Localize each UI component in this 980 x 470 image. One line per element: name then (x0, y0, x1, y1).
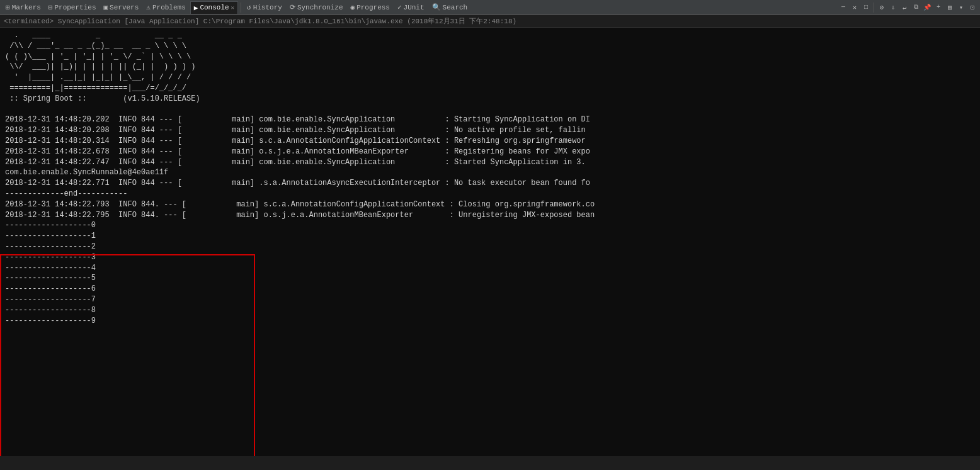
history-icon: ↺ (247, 3, 251, 11)
toolbar-properties[interactable]: ⊟ Properties (45, 1, 100, 14)
blank-line-1 (5, 104, 975, 115)
log-line-4: 2018-12-31 14:48:22.678 INFO 844 --- [ m… (5, 147, 975, 157)
synchronize-label: Synchronize (297, 4, 343, 11)
restore-icon[interactable]: ⊡ (967, 3, 977, 13)
properties-icon: ⊟ (48, 3, 53, 11)
markers-icon: ⊞ (6, 3, 10, 11)
ascii-line-6: =========|_|==============|___/=/_/_/_/ (5, 83, 975, 94)
properties-label: Properties (54, 4, 96, 11)
progress-label: Progress (356, 4, 390, 11)
ascii-line-2: /\\ / ___'_ __ _ _(_)_ __ __ _ \ \ \ \ (5, 41, 975, 52)
scroll-lock-icon[interactable]: ⇩ (888, 3, 898, 13)
open-console-icon[interactable]: ⧉ (911, 3, 921, 13)
toolbar-junit[interactable]: ✓ JUnit (394, 1, 428, 14)
counter-line-2: -------------------2 (5, 242, 975, 252)
counter-line-0: -------------------0 (5, 220, 975, 231)
synchronize-icon: ⟳ (290, 3, 295, 11)
toolbar-console[interactable]: ▶ Console ✕ (190, 1, 238, 14)
console-label: Console (200, 4, 229, 11)
log-line-2: 2018-12-31 14:48:20.208 INFO 844 --- [ m… (5, 125, 975, 136)
counter-line-4: -------------------4 (5, 263, 975, 274)
pin-console-icon[interactable]: 📌 (922, 3, 932, 13)
ascii-line-4: \\/ ___)| |_)| | | | | || (_| | ) ) ) ) (5, 62, 975, 72)
log-line-5: 2018-12-31 14:48:22.747 INFO 844 --- [ m… (5, 157, 975, 168)
log-line-7: 2018-12-31 14:48:22.771 INFO 844 --- [ m… (5, 178, 975, 189)
status-bar: <terminated> SyncApplication [Java Appli… (0, 15, 980, 28)
clear-console-icon[interactable]: ⊘ (877, 3, 887, 13)
toolbar-right-actions: ─ ✕ □ ⊘ ⇩ ↵ ⧉ 📌 + ▤ ▾ ⊡ (838, 3, 977, 13)
toolbar-problems[interactable]: ⚠ Problems (143, 1, 188, 14)
log-line-9: 2018-12-31 14:48:22.795 INFO 844. --- [ … (5, 210, 975, 221)
markers-label: Markers (12, 4, 41, 11)
log-end-line: -------------end----------- (5, 189, 975, 199)
junit-label: JUnit (404, 4, 424, 11)
counter-line-5: -------------------5 (5, 273, 975, 284)
new-console-icon[interactable]: + (933, 3, 943, 13)
console-icon: ▶ (194, 4, 198, 12)
toolbar-markers[interactable]: ⊞ Markers (3, 1, 44, 14)
toolbar: ⊞ Markers ⊟ Properties ▣ Servers ⚠ Probl… (0, 0, 980, 15)
toolbar-progress[interactable]: ◉ Progress (348, 1, 393, 14)
log-line-8: 2018-12-31 14:48:22.793 INFO 844. --- [ … (5, 199, 975, 210)
ascii-line-3: ( ( )\___ | '_ | '_| | '_ \/ _` | \ \ \ … (5, 52, 975, 62)
toolbar-servers[interactable]: ▣ Servers (100, 1, 142, 14)
counter-line-1: -------------------1 (5, 231, 975, 242)
ascii-line-7: :: Spring Boot :: (v1.5.10.RELEASE) (5, 94, 975, 104)
word-wrap-icon[interactable]: ↵ (899, 3, 909, 13)
separator-1 (241, 3, 241, 13)
ascii-line-5: ' |____| .__|_| |_|_| |_\__, | / / / / (5, 72, 975, 83)
separator-2 (874, 3, 874, 13)
ascii-line-1: . ____ _ __ _ _ (5, 30, 975, 41)
spring-ascii-art: . ____ _ __ _ _ /\\ / ___'_ __ _ _(_)_ _… (5, 30, 975, 104)
maximize-icon[interactable]: □ (861, 3, 871, 13)
log-line-1: 2018-12-31 14:48:20.202 INFO 844 --- [ m… (5, 115, 975, 125)
toolbar-history[interactable]: ↺ History (244, 1, 285, 14)
toolbar-search[interactable]: 🔍 Search (429, 1, 471, 14)
toolbar-synchronize[interactable]: ⟳ Synchronize (287, 1, 346, 14)
console-close-icon[interactable]: ✕ (231, 4, 234, 11)
servers-label: Servers (110, 4, 139, 11)
progress-icon: ◉ (351, 3, 355, 11)
status-text: <terminated> SyncApplication [Java Appli… (4, 16, 516, 26)
counter-line-7: -------------------7 (5, 294, 975, 305)
servers-icon: ▣ (103, 3, 108, 11)
search-icon: 🔍 (432, 3, 441, 11)
close-view-icon[interactable]: ✕ (850, 3, 860, 13)
history-label: History (253, 4, 282, 11)
search-label: Search (443, 4, 468, 11)
problems-label: Problems (152, 4, 186, 11)
log-line-3: 2018-12-31 14:48:20.314 INFO 844 --- [ m… (5, 136, 975, 147)
log-line-6: com.bie.enable.SyncRunnable@4e0ae11f (5, 167, 975, 178)
junit-icon: ✓ (397, 3, 402, 11)
counter-line-6: -------------------6 (5, 284, 975, 294)
counter-line-8: -------------------8 (5, 305, 975, 316)
problems-icon: ⚠ (146, 3, 151, 11)
counter-line-9: -------------------9 (5, 316, 975, 327)
view-menu-icon[interactable]: ▾ (956, 3, 966, 13)
console-area[interactable]: . ____ _ __ _ _ /\\ / ___'_ __ _ _(_)_ _… (0, 28, 980, 456)
minimize-icon[interactable]: ─ (838, 3, 848, 13)
display-icon[interactable]: ▤ (945, 3, 955, 13)
counter-line-3: -------------------3 (5, 252, 975, 263)
